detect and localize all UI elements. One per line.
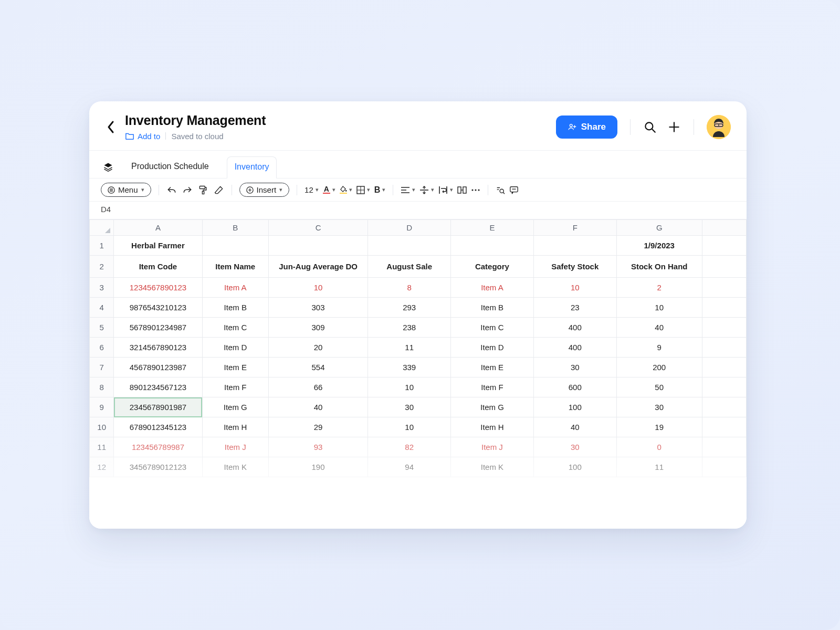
row-header[interactable]: 9 bbox=[90, 397, 114, 417]
cell[interactable] bbox=[702, 236, 746, 256]
cell[interactable]: 293 bbox=[368, 298, 451, 318]
cell[interactable]: Item D bbox=[451, 338, 534, 358]
col-header-C[interactable]: C bbox=[268, 220, 368, 236]
redo-button[interactable] bbox=[182, 185, 193, 195]
cell[interactable] bbox=[268, 236, 368, 256]
cell[interactable]: Item G bbox=[202, 397, 268, 417]
cell[interactable]: Item K bbox=[451, 457, 534, 477]
cell[interactable]: Jun-Aug Average DO bbox=[268, 256, 368, 278]
cell[interactable]: 8 bbox=[368, 278, 451, 298]
cell[interactable]: Category bbox=[451, 256, 534, 278]
row-header[interactable]: 2 bbox=[90, 256, 114, 278]
format-painter-button[interactable] bbox=[198, 185, 208, 195]
cell[interactable]: 1234567890123 bbox=[114, 278, 202, 298]
cell[interactable]: 2 bbox=[616, 278, 702, 298]
row-header[interactable]: 7 bbox=[90, 358, 114, 377]
cell[interactable]: 30 bbox=[533, 437, 616, 457]
cell[interactable]: 10 bbox=[368, 377, 451, 397]
tab-inventory[interactable]: Inventory bbox=[227, 156, 277, 178]
cell[interactable]: 4567890123987 bbox=[114, 358, 202, 377]
col-header-E[interactable]: E bbox=[451, 220, 534, 236]
cell[interactable]: 400 bbox=[533, 318, 616, 338]
cell[interactable] bbox=[702, 278, 746, 298]
cell[interactable]: 600 bbox=[533, 377, 616, 397]
cell[interactable]: Item B bbox=[202, 298, 268, 318]
cell[interactable]: 238 bbox=[368, 318, 451, 338]
avatar[interactable] bbox=[707, 115, 731, 139]
cell[interactable]: 339 bbox=[368, 358, 451, 377]
cell[interactable]: 11 bbox=[616, 457, 702, 477]
cell[interactable]: 10 bbox=[368, 417, 451, 437]
cell[interactable] bbox=[702, 298, 746, 318]
col-header-G[interactable]: G bbox=[616, 220, 702, 236]
share-button[interactable]: Share bbox=[556, 116, 617, 139]
horizontal-align-button[interactable]: ▾ bbox=[401, 186, 415, 194]
cell[interactable]: 29 bbox=[268, 417, 368, 437]
new-button[interactable] bbox=[667, 120, 681, 134]
cell[interactable]: Item K bbox=[202, 457, 268, 477]
cell[interactable]: 50 bbox=[616, 377, 702, 397]
cell[interactable]: Item J bbox=[202, 437, 268, 457]
cell[interactable]: 93 bbox=[268, 437, 368, 457]
cell[interactable]: 190 bbox=[268, 457, 368, 477]
cell[interactable] bbox=[368, 236, 451, 256]
merge-cells-button[interactable] bbox=[457, 186, 467, 194]
cell[interactable] bbox=[202, 236, 268, 256]
cell[interactable]: Item C bbox=[451, 318, 534, 338]
back-button[interactable] bbox=[102, 118, 120, 136]
cell[interactable]: Item E bbox=[451, 358, 534, 377]
cell[interactable]: 94 bbox=[368, 457, 451, 477]
vertical-align-button[interactable]: ▾ bbox=[419, 186, 434, 194]
cell[interactable]: 19 bbox=[616, 417, 702, 437]
wrap-text-button[interactable]: ▾ bbox=[438, 186, 453, 194]
col-header-F[interactable]: F bbox=[533, 220, 616, 236]
sheets-menu-button[interactable] bbox=[103, 162, 113, 172]
cell[interactable]: Item D bbox=[202, 338, 268, 358]
row-header[interactable]: 1 bbox=[90, 236, 114, 256]
cell[interactable]: 9876543210123 bbox=[114, 298, 202, 318]
find-replace-button[interactable] bbox=[496, 185, 505, 195]
cell[interactable] bbox=[702, 318, 746, 338]
cell[interactable]: 100 bbox=[533, 397, 616, 417]
comment-button[interactable] bbox=[509, 185, 519, 195]
cell[interactable]: Item A bbox=[202, 278, 268, 298]
spreadsheet[interactable]: A B C D E F G 1Herbal Farmer1/9/20232Ite… bbox=[89, 219, 747, 529]
cell[interactable]: 23 bbox=[533, 298, 616, 318]
cell[interactable]: 5678901234987 bbox=[114, 318, 202, 338]
cell[interactable]: 30 bbox=[368, 397, 451, 417]
cell[interactable]: 400 bbox=[533, 338, 616, 358]
cell[interactable]: 40 bbox=[268, 397, 368, 417]
cell[interactable] bbox=[702, 377, 746, 397]
undo-button[interactable] bbox=[166, 185, 177, 195]
cell[interactable]: 30 bbox=[616, 397, 702, 417]
more-button[interactable] bbox=[471, 188, 480, 192]
col-header-B[interactable]: B bbox=[202, 220, 268, 236]
cell[interactable]: 82 bbox=[368, 437, 451, 457]
cell[interactable]: 303 bbox=[268, 298, 368, 318]
font-color-button[interactable]: A ▾ bbox=[323, 186, 335, 194]
row-header[interactable]: 12 bbox=[90, 457, 114, 477]
cell[interactable]: Stock On Hand bbox=[616, 256, 702, 278]
cell[interactable]: 40 bbox=[533, 417, 616, 437]
cell[interactable] bbox=[533, 236, 616, 256]
cell[interactable]: Item F bbox=[202, 377, 268, 397]
cell[interactable] bbox=[702, 358, 746, 377]
cell[interactable]: 200 bbox=[616, 358, 702, 377]
cell[interactable]: 0 bbox=[616, 437, 702, 457]
select-all-corner[interactable] bbox=[90, 220, 114, 236]
col-header-blank[interactable] bbox=[702, 220, 746, 236]
cell[interactable]: 123456789987 bbox=[114, 437, 202, 457]
col-header-D[interactable]: D bbox=[368, 220, 451, 236]
cell[interactable]: 10 bbox=[616, 298, 702, 318]
row-header[interactable]: 8 bbox=[90, 377, 114, 397]
cell[interactable]: 3456789012123 bbox=[114, 457, 202, 477]
row-header[interactable]: 4 bbox=[90, 298, 114, 318]
cell[interactable] bbox=[702, 397, 746, 417]
cell[interactable]: 1/9/2023 bbox=[616, 236, 702, 256]
cell[interactable]: Item Code bbox=[114, 256, 202, 278]
cell[interactable]: 66 bbox=[268, 377, 368, 397]
menu-button[interactable]: Menu ▾ bbox=[101, 183, 151, 197]
cell[interactable] bbox=[702, 338, 746, 358]
col-header-A[interactable]: A bbox=[114, 220, 202, 236]
cell[interactable]: Item Name bbox=[202, 256, 268, 278]
